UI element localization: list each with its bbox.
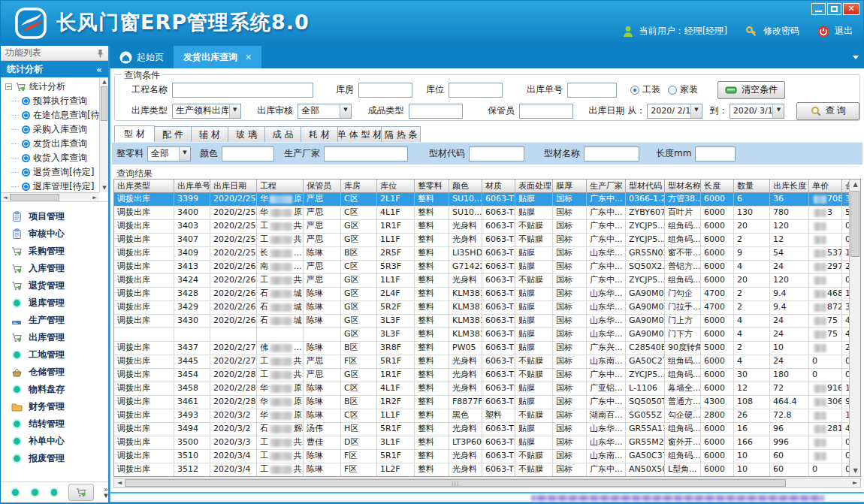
tree-item[interactable]: 预算执行查询 bbox=[1, 94, 99, 108]
material-tab-耗材[interactable]: 耗 材 bbox=[301, 126, 338, 143]
scroll-left-icon[interactable]: ◄ bbox=[114, 478, 125, 487]
material-tab-玻璃[interactable]: 玻 璃 bbox=[228, 126, 265, 143]
sidebar-overflow-button[interactable]: »▼ bbox=[104, 486, 108, 499]
warehouse-input[interactable] bbox=[358, 83, 412, 98]
material-tab-型材[interactable]: 型 材 bbox=[114, 125, 155, 143]
scroll-down-icon[interactable]: ▼ bbox=[850, 466, 861, 476]
column-header-材质[interactable]: 材质 bbox=[482, 180, 515, 193]
table-row[interactable]: 调拨出库34092020/2/25长...陈琳B区2R5F整料LI35HD606… bbox=[114, 247, 849, 261]
keeper-input[interactable] bbox=[519, 104, 573, 119]
whole-part-select[interactable]: 全部 bbox=[147, 146, 191, 161]
sidebar-module-补单中心[interactable]: 补单中心 bbox=[1, 433, 108, 450]
date-from-picker[interactable]: 2020/ 2/16 bbox=[647, 104, 702, 119]
sidebar-section-header[interactable]: 统计分析 « bbox=[1, 61, 108, 77]
tree-item[interactable]: 退货查询[待定] bbox=[1, 165, 99, 180]
tree-item[interactable]: 发货出库查询 bbox=[1, 137, 99, 151]
sidebar-module-退库管理[interactable]: 退库管理 bbox=[1, 294, 108, 312]
tree-item[interactable]: 退库管理[待定] bbox=[1, 180, 99, 192]
sidebar-module-审核中心[interactable]: 审核中心 bbox=[1, 225, 108, 243]
column-header-库位[interactable]: 库位 bbox=[377, 180, 415, 193]
column-header-数量[interactable]: 数量 bbox=[734, 180, 770, 193]
project-name-input[interactable] bbox=[172, 83, 313, 98]
column-header-保管员[interactable]: 保管员 bbox=[304, 180, 341, 193]
table-row[interactable]: G区3L3F整料KLM38176063-T5贴膜国标山东华...GA90M09.… bbox=[114, 328, 849, 342]
column-header-出库单号[interactable]: 出库单号 bbox=[174, 180, 210, 193]
module-dot-icon[interactable] bbox=[30, 487, 40, 497]
scroll-down-icon[interactable]: ▼ bbox=[100, 183, 108, 192]
column-header-型材名称[interactable]: 型材名称 bbox=[665, 180, 701, 193]
scroll-left-icon[interactable]: ◄ bbox=[1, 193, 10, 202]
sidebar-module-报废管理[interactable]: 报废管理 bbox=[1, 450, 108, 467]
material-tab-成品[interactable]: 成 品 bbox=[265, 126, 301, 143]
table-row[interactable]: 调拨出库35002020/3/3工共工程曹佳D区3L1F整料LT3P606063… bbox=[114, 436, 849, 450]
close-button[interactable] bbox=[843, 3, 859, 15]
table-row[interactable]: 调拨出库34282020/2/26石城陈琳G区2L4F整料KLM38176063… bbox=[114, 288, 849, 301]
length-input[interactable] bbox=[695, 146, 736, 161]
chevron-down-icon[interactable] bbox=[690, 104, 702, 118]
column-header-长度[interactable]: 长度 bbox=[701, 180, 734, 193]
search-button[interactable]: 查 询 bbox=[796, 102, 859, 120]
table-row[interactable]: 调拨出库34072020/2/25工共工程严思G区1L1F整料光身料6063-T… bbox=[114, 234, 849, 247]
module-dot-icon[interactable] bbox=[11, 487, 20, 497]
table-row[interactable]: 调拨出库34032020/2/25工共工程严思G区1R1F整料光身料6063-T… bbox=[114, 220, 849, 234]
audit-select[interactable]: 全部 bbox=[298, 104, 352, 119]
column-header-整零料[interactable]: 整零料 bbox=[415, 180, 449, 193]
table-row[interactable]: 调拨出库33992020/2/25华原...严思C区2L1F整料SU10...6… bbox=[114, 193, 849, 207]
sidebar-module-出库管理[interactable]: 出库管理 bbox=[1, 329, 108, 346]
chevron-down-icon[interactable] bbox=[340, 104, 351, 118]
column-header-表面处理[interactable]: 表面处理 bbox=[515, 180, 553, 193]
column-header-库房[interactable]: 库房 bbox=[341, 180, 377, 193]
table-row[interactable]: 调拨出库34942020/3/2石辉城汤伟H区5R1F整料光身料6063-T5贴… bbox=[114, 423, 849, 436]
maximize-button[interactable] bbox=[827, 3, 841, 15]
column-header-生产厂家[interactable]: 生产厂家 bbox=[587, 180, 626, 193]
table-row[interactable]: 调拨出库35122020/3/4工共工程陈琳F区1L2F整料光身料6063-T5… bbox=[114, 463, 849, 476]
column-header-出库日期[interactable]: 出库日期 bbox=[210, 180, 257, 193]
sidebar-module-仓储管理[interactable]: 仓储管理 bbox=[1, 364, 108, 381]
scrollbar-thumb[interactable]: ||| bbox=[125, 479, 786, 487]
column-header-工程[interactable]: 工程 bbox=[257, 180, 304, 193]
grid-horizontal-scrollbar[interactable]: ◄ ||| ► bbox=[113, 478, 861, 488]
tree-horizontal-scrollbar[interactable]: ◄ ► bbox=[1, 192, 99, 201]
table-row[interactable]: 调拨出库34542020/2/28工共工程严思G区1R1F整料光身料6063-T… bbox=[114, 369, 849, 382]
order-no-input[interactable] bbox=[567, 83, 617, 98]
sidebar-module-工地管理[interactable]: 工地管理 bbox=[1, 346, 108, 364]
tree-item[interactable]: 收货入库查询 bbox=[1, 151, 99, 165]
table-row[interactable]: 调拨出库34452020/2/27工共工程严思F区5R1F整料光身料6063-T… bbox=[114, 355, 849, 369]
table-row[interactable]: 调拨出库34302020/2/26石城陈琳G区3L3F整料KLM38176063… bbox=[114, 315, 849, 328]
sidebar-module-入库管理[interactable]: 入库管理 bbox=[1, 260, 108, 277]
material-tab-配件[interactable]: 配 件 bbox=[155, 126, 192, 143]
table-row[interactable]: 调拨出库34372020/2/27佛...陈琳B区3R8F整料PW056063-… bbox=[114, 342, 849, 355]
maker-input[interactable] bbox=[324, 146, 408, 161]
grid-vertical-scrollbar[interactable]: ▲ ▼ bbox=[849, 180, 860, 476]
material-tab-单体型材[interactable]: 单 体 型 材 bbox=[338, 126, 382, 143]
color-input[interactable] bbox=[222, 146, 274, 161]
scrollbar-thumb[interactable] bbox=[10, 194, 59, 201]
change-password-link[interactable]: 修改密码 bbox=[763, 25, 799, 38]
code-input[interactable] bbox=[469, 146, 524, 161]
sidebar-module-项目管理[interactable]: 项目管理 bbox=[1, 208, 108, 225]
radio-industrial[interactable] bbox=[630, 86, 639, 95]
sidebar-module-退货管理[interactable]: 退货管理 bbox=[1, 277, 108, 294]
sidebar-module-物料盘存[interactable]: 物料盘存 bbox=[1, 381, 108, 398]
column-header-出库类型[interactable]: 出库类型 bbox=[114, 180, 174, 193]
logout-button[interactable]: 退出 bbox=[835, 25, 853, 38]
sidebar-module-结转管理[interactable]: 结转管理 bbox=[1, 415, 108, 433]
module-dot-icon[interactable] bbox=[50, 487, 59, 497]
table-row[interactable]: 调拨出库35102020/3/4工共工程陈琳F区5R1F整料光身料6063-T5… bbox=[114, 450, 849, 463]
table-row[interactable]: 调拨出库34242020/2/26工共工程严思G区1L1F整料光身料6063-T… bbox=[114, 274, 849, 288]
sidebar-module-生产管理[interactable]: 生产管理 bbox=[1, 312, 108, 329]
tree-item[interactable]: 在途信息查询[待 bbox=[1, 108, 99, 122]
table-row[interactable]: 调拨出库34582020/2/28华原...陈琳C区4L1F整料光身料6063-… bbox=[114, 382, 849, 396]
date-to-picker[interactable]: 2020/ 3/16 bbox=[730, 104, 785, 119]
material-tab-辅材[interactable]: 辅 材 bbox=[192, 126, 228, 143]
table-row[interactable]: 调拨出库34932020/3/2华原...陈琳C区1L1F整料黑色塑料不贴膜国标… bbox=[114, 409, 849, 423]
chevron-down-icon[interactable] bbox=[229, 104, 240, 118]
scrollbar-thumb[interactable] bbox=[850, 191, 859, 257]
column-header-膜厚[interactable]: 膜厚 bbox=[553, 180, 587, 193]
location-input[interactable] bbox=[449, 83, 503, 98]
table-row[interactable]: 调拨出库34292020/2/26石城陈琳G区5R2F整料KLM38176063… bbox=[114, 301, 849, 315]
active-module-button[interactable] bbox=[68, 484, 93, 501]
pin-icon[interactable] bbox=[97, 49, 104, 58]
column-header-出库长度[interactable]: 出库长度 bbox=[770, 180, 809, 193]
tab-发货出库查询[interactable]: 发货出库查询 bbox=[174, 46, 261, 68]
